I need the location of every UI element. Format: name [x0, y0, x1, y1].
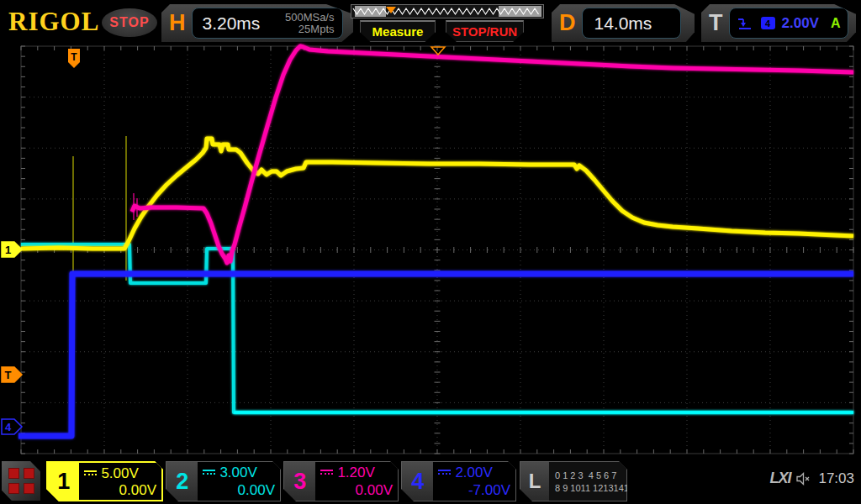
channel-2-values: 3.00V 0.00V	[198, 462, 280, 501]
status-area: LXI 17:03	[769, 470, 854, 487]
top-status-bar: RIGOL STOP H 3.20ms 500MSa/s 25Mpts Meas…	[0, 0, 861, 46]
oscilloscope-screen: RIGOL STOP H 3.20ms 500MSa/s 25Mpts Meas…	[0, 0, 861, 504]
horizontal-readout: 3.20ms 500MSa/s 25Mpts	[192, 8, 343, 39]
svg-text:T: T	[71, 51, 77, 63]
channel-2-block[interactable]: 2 3.00V 0.00V	[166, 461, 281, 501]
trigger-label: T	[701, 10, 729, 36]
clock: 17:03	[818, 470, 854, 487]
acquisition-info: 500MSa/s 25Mpts	[285, 12, 342, 35]
timebase-value: 3.20ms	[193, 13, 261, 34]
stop-run-button-label: STOP/RUN	[452, 24, 517, 39]
channel-2-scale: 3.00V	[219, 465, 256, 481]
trace-ch4	[18, 274, 853, 436]
delay-readout: 14.0ms	[582, 8, 681, 39]
trigger-panel[interactable]: T 4 2.00V A	[701, 4, 856, 42]
svg-text:T: T	[5, 369, 12, 381]
falling-edge-icon	[737, 16, 753, 30]
horizontal-panel[interactable]: H 3.20ms 500MSa/s 25Mpts	[161, 4, 353, 42]
ch1-offset-marker: 1	[2, 242, 22, 257]
channel-3-values: 1.20V 0.00V	[315, 462, 398, 501]
run-state-badge[interactable]: STOP	[102, 8, 157, 37]
sound-muted-icon	[796, 472, 812, 486]
memory-waveform-preview	[351, 5, 543, 18]
dc-coupling-icon	[84, 470, 97, 478]
stop-run-button[interactable]: STOP/RUN	[446, 20, 524, 42]
logic-channels-block[interactable]: L 0 1 2 3 4 5 6 7 8 9 1011 12131415	[520, 461, 627, 501]
dc-coupling-icon	[438, 470, 451, 477]
trigger-level-value: 2.00V	[782, 15, 819, 32]
logic-row-2: 8 9 1011 12131415	[555, 483, 626, 493]
trace-ch3	[132, 46, 853, 263]
measure-button-label: Measure	[372, 24, 424, 39]
channel-3-offset: 0.00V	[320, 482, 393, 499]
logic-row-1: 0 1 2 3 4 5 6 7	[555, 470, 626, 480]
trigger-position-marker: T	[68, 49, 80, 68]
channel-4-values: 2.00V -7.00V	[433, 462, 515, 501]
logic-channel-list: 0 1 2 3 4 5 6 7 8 9 1011 12131415	[549, 462, 626, 501]
logic-label: L	[520, 462, 549, 501]
dc-coupling-icon	[203, 470, 215, 477]
channel-4-scale: 2.00V	[455, 465, 492, 481]
channel-1-scale: 5.00V	[101, 465, 138, 482]
trigger-level-marker: T	[2, 367, 22, 382]
measure-button[interactable]: Measure	[360, 20, 436, 42]
svg-text:4: 4	[5, 421, 12, 433]
rigol-logo: RIGOL	[8, 7, 99, 37]
bottom-channel-bar: 1 5.00V 0.00V 2 3.00V 0.00V 3	[0, 458, 861, 504]
channel-3-number: 3	[284, 462, 315, 501]
graticule-border	[21, 46, 853, 454]
trigger-readout: 4 2.00V A	[729, 8, 848, 39]
memory-depth: 25Mpts	[285, 24, 335, 35]
channel-3-scale: 1.20V	[337, 465, 374, 481]
delay-reference-marker	[431, 47, 445, 55]
lxi-indicator: LXI	[769, 470, 790, 487]
sample-rate: 500MSa/s	[285, 12, 335, 24]
channel-3-block[interactable]: 3 1.20V 0.00V	[283, 461, 399, 501]
delay-panel[interactable]: D 14.0ms	[552, 4, 695, 42]
delay-value: 14.0ms	[583, 13, 652, 34]
dc-coupling-icon	[320, 470, 333, 477]
trigger-sweep-mode: A	[831, 16, 841, 31]
menu-grid-icon	[8, 468, 19, 479]
channel-1-block[interactable]: 1 5.00V 0.00V	[46, 461, 163, 501]
run-state-label: STOP	[109, 15, 149, 30]
trace-ch2	[21, 244, 853, 412]
channel-4-block[interactable]: 4 2.00V -7.00V	[401, 461, 516, 501]
waveform-display: 1T4T	[0, 0, 861, 504]
channel-4-offset: -7.00V	[438, 482, 510, 499]
horizontal-label: H	[161, 10, 192, 36]
channel-4-number: 4	[402, 462, 433, 501]
memory-position-bar[interactable]	[351, 4, 544, 18]
trace-ch1	[21, 139, 853, 249]
graticule-ticks	[21, 46, 853, 454]
channel-1-values: 5.00V 0.00V	[79, 463, 161, 500]
delay-label: D	[552, 10, 582, 36]
channel-1-offset: 0.00V	[84, 482, 156, 499]
menu-button[interactable]	[2, 461, 40, 501]
ch4-offset-marker: 4	[2, 419, 22, 434]
channel-1-number: 1	[48, 463, 79, 500]
channel-2-number: 2	[166, 462, 198, 501]
trigger-source-badge: 4	[761, 17, 775, 29]
svg-text:1: 1	[5, 244, 11, 256]
channel-2-offset: 0.00V	[203, 482, 275, 499]
